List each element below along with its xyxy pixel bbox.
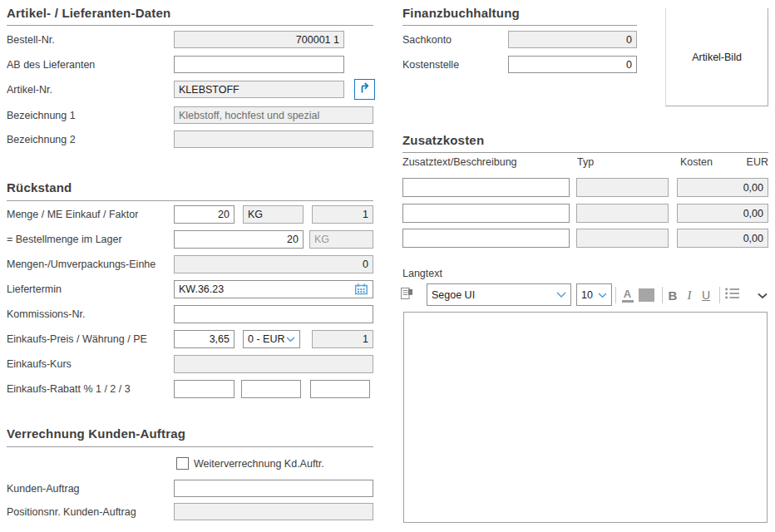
kostenstelle-field[interactable]: 0 [508,56,637,73]
column-header-eur: EUR [743,156,768,169]
chevron-down-icon [598,289,607,301]
kommission-label: Kommissions-Nr. [7,308,85,321]
me-einkauf-field: KG [243,205,304,224]
menge-row-label: Menge / ME Einkauf / Faktor [7,209,138,221]
artikel-bild-placeholder[interactable]: Artikel-Bild [665,8,768,106]
rabatt3-field[interactable] [310,380,370,398]
umverpackung-label: Mengen-/Umverpackungs-Einhe [7,259,173,271]
section-title-verrechnung: Verrechnung Kunden-Auftrag [7,426,185,441]
goto-artikel-button[interactable] [354,79,375,100]
kommission-field[interactable] [174,305,373,323]
weiterverrechnung-checkbox[interactable] [176,457,189,470]
highlight-color-button[interactable] [639,288,654,302]
waehrung-select[interactable]: 0 - EUR [243,330,300,348]
typ-field-3 [576,229,669,248]
kosten-field-2: 0,00 [677,204,768,223]
einkaufs-preis-field[interactable]: 3,65 [174,330,234,348]
liefertermin-label: Liefertermin [7,283,62,296]
jump-arrow-icon [358,81,372,98]
divider [7,25,373,26]
preis-row-label: Einkaufs-Preis / Währung / PE [7,333,147,346]
divider [7,200,373,201]
typ-field-2 [576,204,669,223]
section-title-rueckstand: Rückstand [7,180,72,195]
text-module-icon [400,286,414,305]
font-color-button[interactable]: A [620,287,635,303]
column-header-kosten: Kosten [680,156,713,169]
bezeichnung1-field: Klebstoff, hochfest und spezial [174,106,373,124]
kosten-field-3: 0,00 [677,229,768,248]
underline-button[interactable]: U [699,287,713,303]
positionsnr-field [174,503,373,520]
liefertermin-field[interactable]: KW.36.23 [174,280,373,298]
bestell-nr-field: 700001 1 [174,31,344,48]
section-title-artikel-lieferanten: Artikel- / Lieferanten-Daten [7,6,170,20]
sachkonto-field: 0 [508,31,637,48]
artikel-nr-label: Artikel-Nr. [7,84,52,96]
chevron-down-icon [758,288,768,303]
kunden-auftrag-field[interactable] [174,480,373,497]
faktor-field: 1 [312,205,373,224]
font-family-select[interactable]: Segoe UI [427,283,571,306]
umverpackung-field: 0 [174,255,373,273]
zusatztext-field-1[interactable] [402,178,570,197]
toolbar-overflow-button[interactable] [756,290,769,300]
italic-button[interactable]: I [684,287,695,303]
kunden-auftrag-label: Kunden-Auftrag [7,483,80,495]
bezeichnung2-label: Bezeichnung 2 [7,134,76,146]
column-header-typ: Typ [577,156,594,169]
langtext-label: Langtext [402,268,442,280]
divider [719,287,720,303]
rabatt2-field[interactable] [241,380,301,398]
font-size-select[interactable]: 10 [576,283,612,306]
column-header-beschreibung: Zusatztext/Beschreibung [402,156,517,169]
bestell-nr-label: Bestell-Nr. [7,34,55,47]
divider [402,25,637,26]
kostenstelle-label: Kostenstelle [402,59,459,71]
bestellmenge-label: = Bestellmenge im Lager [7,234,122,246]
typ-field-1 [576,178,669,197]
artikel-bild-label: Artikel-Bild [692,52,742,63]
divider [615,287,616,303]
pe-field: 1 [312,330,373,348]
zusatztext-field-2[interactable] [402,204,570,223]
lager-einheit-field: KG [309,230,373,249]
sachkonto-label: Sachkonto [402,34,452,47]
bold-button[interactable]: B [666,287,679,303]
bestellmenge-field[interactable]: 20 [174,230,304,249]
weiterverrechnung-checkbox-label: Weiterverrechnung Kd.Auftr. [194,458,324,470]
ab-lieferant-field[interactable] [174,56,344,73]
menge-field[interactable]: 20 [174,205,234,224]
langtext-textarea[interactable] [403,312,768,523]
rabatt-row-label: Einkaufs-Rabatt % 1 / 2 / 3 [7,383,131,396]
section-title-finanzbuchhaltung: Finanzbuchhaltung [402,6,520,20]
calendar-icon[interactable] [354,283,368,296]
divider [402,152,768,153]
chevron-down-icon [556,289,566,301]
rabatt1-field[interactable] [174,380,234,398]
section-title-zusatzkosten: Zusatzkosten [402,133,484,147]
artikel-nr-field: KLEBSTOFF [174,81,344,98]
article-supplier-form: Artikel- / Lieferanten-Daten Bestell-Nr.… [0,0,775,532]
divider [662,287,663,303]
divider [7,446,373,447]
einkaufs-kurs-field [174,355,373,373]
font-color-icon: A [624,288,631,299]
text-module-button[interactable] [398,286,415,304]
bullet-list-icon [724,287,741,303]
einkaufs-kurs-label: Einkaufs-Kurs [7,358,72,371]
zusatztext-field-3[interactable] [402,229,570,248]
chevron-down-icon [286,333,295,345]
bullet-list-button[interactable] [723,288,741,302]
kosten-field-1: 0,00 [677,178,768,197]
bezeichnung1-label: Bezeichnung 1 [7,110,76,122]
positionsnr-label: Positionsnr. Kunden-Auftrag [7,506,136,519]
bezeichnung2-field [174,131,373,148]
ab-lieferant-label: AB des Lieferanten [7,59,95,71]
